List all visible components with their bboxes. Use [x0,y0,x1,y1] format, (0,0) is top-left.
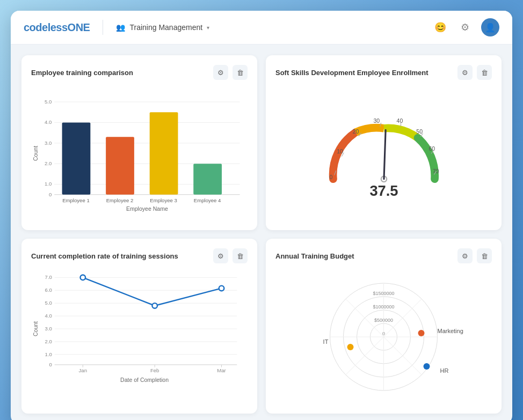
gauge-delete-button[interactable]: 🗑 [477,65,492,80]
bar-chart-actions: ⚙ 🗑 [213,65,248,80]
nav-training-management[interactable]: 👥 Training Management ▾ [116,23,209,32]
svg-text:Date of Completion: Date of Completion [120,377,169,383]
logo-text: codeless [24,21,68,33]
point-feb [152,303,157,308]
polar-chart-actions: ⚙ 🗑 [457,248,492,263]
logo: codelessONE [24,21,90,34]
svg-text:Count: Count [32,146,39,161]
svg-text:IT: IT [323,338,329,345]
polar-chart-card: Annual Training Budget ⚙ 🗑 0 $500000 [266,239,502,414]
polar-dot-marketing [418,330,425,336]
svg-text:Marketing: Marketing [438,328,463,334]
polar-chart-header: Annual Training Budget ⚙ 🗑 [275,248,492,263]
gauge-actions: ⚙ 🗑 [457,65,492,80]
svg-text:6.0: 6.0 [45,287,52,293]
bar-employee2 [106,137,134,194]
polar-dot-hr [424,363,430,370]
svg-text:3.0: 3.0 [45,326,52,331]
dashboard: Employee training comparison ⚙ 🗑 Count [11,45,512,420]
svg-text:4.0: 4.0 [45,119,52,125]
emoji-button[interactable]: 😊 [432,19,449,36]
polar-chart-svg: 0 $500000 $1000000 $1500000 IT Marketing [275,270,492,404]
bar-chart-delete-button[interactable]: 🗑 [233,65,248,80]
line-chart-svg: Count 7.0 6.0 5.0 4.0 3.0 2.0 [31,270,248,388]
svg-text:0: 0 [49,362,52,367]
gauge-settings-button[interactable]: ⚙ [457,65,473,80]
bar-chart-area: Count 5.0 4.0 3.0 2.0 1.0 0 [31,86,248,220]
svg-text:Mar: Mar [217,367,226,373]
polar-dot-it [347,344,354,350]
avatar-icon: 👤 [485,23,496,33]
svg-text:50: 50 [416,128,423,135]
line-chart-settings-button[interactable]: ⚙ [213,248,228,263]
point-jan [81,275,86,281]
line-chart-title: Current completion rate of training sess… [31,252,178,260]
svg-text:60: 60 [428,145,435,152]
bar-chart-title: Employee training comparison [31,69,133,77]
bar-chart-card: Employee training comparison ⚙ 🗑 Count [21,55,257,230]
gauge-svg: 0 10 20 30 40 50 60 70 [303,92,464,204]
svg-text:Count: Count [32,321,39,336]
polar-chart-settings-button[interactable]: ⚙ [457,248,473,263]
header-right: 😊 ⚙ 👤 [432,18,499,36]
polar-chart-delete-button[interactable]: 🗑 [477,248,492,263]
svg-text:30: 30 [373,117,380,124]
polar-chart-area: 0 $500000 $1000000 $1500000 IT Marketing [275,270,492,404]
bar-chart-svg: Count 5.0 4.0 3.0 2.0 1.0 0 [31,86,248,220]
line-chart-header: Current completion rate of training sess… [31,248,248,263]
svg-text:Employee 3: Employee 3 [150,197,177,203]
svg-line-35 [384,130,386,179]
gauge-title: Soft Skills Development Employee Enrollm… [275,69,428,77]
bar-chart-settings-button[interactable]: ⚙ [213,65,228,80]
svg-text:Employee 1: Employee 1 [62,197,90,203]
nav-caret-icon: ▾ [207,25,209,31]
svg-text:Employee Name: Employee Name [126,205,168,212]
nav-label: Training Management [129,23,202,32]
logo-highlight: ONE [68,21,90,33]
polar-chart-title: Annual Training Budget [275,252,354,260]
line-path [83,277,221,306]
svg-text:HR: HR [440,367,449,374]
svg-text:1.0: 1.0 [45,351,52,357]
settings-button[interactable]: ⚙ [456,19,474,36]
gauge-header: Soft Skills Development Employee Enrollm… [275,65,492,80]
header: codelessONE 👥 Training Management ▾ 😊 ⚙ … [11,11,512,45]
gauge-card: Soft Skills Development Employee Enrollm… [266,55,502,230]
bar-chart-header: Employee training comparison ⚙ 🗑 [31,65,248,80]
svg-text:2.0: 2.0 [45,338,52,344]
user-avatar[interactable]: 👤 [481,18,499,36]
svg-text:40: 40 [396,117,403,124]
svg-text:10: 10 [337,149,343,155]
svg-text:0: 0 [329,174,332,180]
line-chart-actions: ⚙ 🗑 [213,248,248,263]
header-divider [103,20,103,35]
line-chart-card: Current completion rate of training sess… [21,239,257,414]
svg-text:Employee 2: Employee 2 [106,197,134,203]
bar-employee4 [193,164,222,195]
svg-text:1.0: 1.0 [45,181,52,187]
line-chart-delete-button[interactable]: 🗑 [233,248,248,263]
svg-text:3.0: 3.0 [45,140,52,146]
svg-text:70: 70 [432,168,439,174]
point-mar [219,286,224,291]
app-window: codelessONE 👥 Training Management ▾ 😊 ⚙ … [11,11,512,420]
bar-employee3 [150,112,178,195]
svg-text:20: 20 [352,128,359,135]
svg-text:Employee 4: Employee 4 [194,197,221,203]
svg-text:5.0: 5.0 [45,99,52,105]
nav-icon: 👥 [116,23,125,32]
bar-employee1 [62,122,91,194]
svg-text:5.0: 5.0 [45,300,52,306]
svg-text:0: 0 [49,191,52,197]
svg-text:7.0: 7.0 [45,274,52,280]
svg-text:Jan: Jan [79,367,87,373]
svg-text:37.5: 37.5 [369,182,398,199]
svg-text:2.0: 2.0 [45,160,52,166]
svg-text:4.0: 4.0 [45,313,52,319]
gauge-area: 0 10 20 30 40 50 60 70 [275,86,492,210]
svg-text:Feb: Feb [150,367,159,373]
line-chart-area: Count 7.0 6.0 5.0 4.0 3.0 2.0 [31,270,248,388]
